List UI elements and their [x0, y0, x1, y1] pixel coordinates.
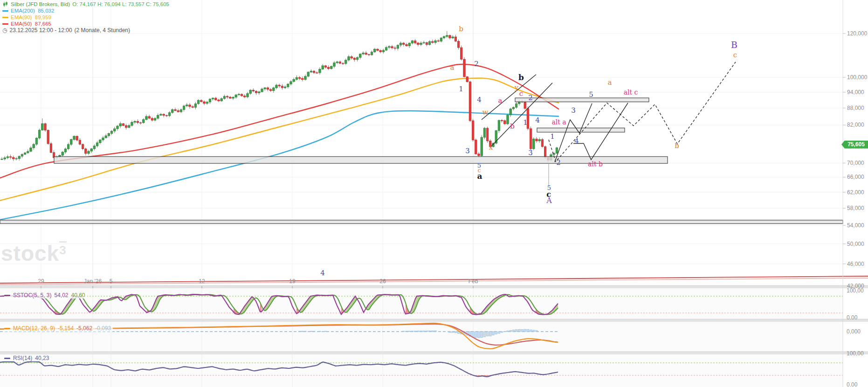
- ema200-legend-row[interactable]: EMA(200) 85,032: [2, 7, 54, 14]
- rsi-panel[interactable]: [0, 354, 843, 387]
- current-price-badge: 75,605: [841, 141, 868, 149]
- candle-body: [463, 59, 465, 77]
- wave-label[interactable]: 3: [571, 106, 576, 115]
- ema50-label: EMA(50) 87,665: [11, 21, 51, 27]
- candle-body: [524, 102, 526, 109]
- support-resistance-zone[interactable]: [54, 156, 668, 163]
- wave-label[interactable]: alt a: [551, 118, 566, 126]
- support-resistance-zone[interactable]: [515, 98, 649, 102]
- ema90-line[interactable]: [0, 78, 558, 201]
- candle-body: [177, 111, 179, 112]
- rsi-legend[interactable]: RSI(14) 40,23: [4, 355, 51, 361]
- candle-body: [47, 130, 49, 144]
- wave-label[interactable]: 3: [528, 149, 533, 157]
- candle-body: [62, 152, 63, 156]
- instrument-legend-row[interactable]: Silber (JFD Brokers, Bid) O: 74,167 H: 7…: [2, 1, 169, 7]
- candle-body: [408, 43, 410, 46]
- price-axis-label: 54,000: [847, 222, 864, 229]
- candle-body: [397, 45, 399, 48]
- wave-label[interactable]: 1: [523, 118, 528, 127]
- candle-body: [342, 63, 344, 64]
- wave-label[interactable]: 3: [465, 147, 470, 155]
- candle-body: [108, 134, 110, 136]
- wave-label[interactable]: alt b: [588, 160, 603, 168]
- time-range-row: ◷ 23.12.2025 12:00 - 12:00 (2 Monate, 4 …: [2, 27, 130, 34]
- candle-body: [9, 156, 11, 157]
- support-resistance-zone[interactable]: [0, 220, 843, 224]
- wave-label[interactable]: y: [514, 83, 519, 92]
- candle-body: [7, 156, 8, 158]
- wave-label[interactable]: alt c: [624, 88, 638, 96]
- sstoc-legend[interactable]: SSTOC(5, 5, 3) 54,02 40,60: [4, 292, 87, 299]
- ema90-label: EMA(90) 89,959: [11, 14, 51, 20]
- panel-separator[interactable]: [0, 285, 868, 288]
- candle-body: [117, 126, 118, 129]
- candle-body: [238, 94, 240, 95]
- wave-label[interactable]: a: [498, 96, 503, 105]
- candle-body: [226, 96, 228, 97]
- long-term-trendline[interactable]: [0, 276, 868, 283]
- candle-body: [157, 115, 159, 118]
- candle-body: [82, 144, 83, 149]
- candle-body: [504, 121, 506, 124]
- projection-path[interactable]: [549, 62, 736, 162]
- candle-body: [536, 139, 537, 141]
- price-chart-canvas[interactable]: ba12345cawxabcyb12345cA12345alt aalt bal…: [0, 0, 868, 387]
- panel-separator[interactable]: [0, 319, 868, 322]
- macd-panel[interactable]: [0, 322, 843, 352]
- wave-label[interactable]: b: [675, 142, 679, 150]
- sstoc-panel[interactable]: [0, 288, 843, 319]
- candle-body: [96, 143, 98, 146]
- candle-body: [154, 118, 156, 120]
- wave-label[interactable]: w: [482, 108, 489, 116]
- candle-body: [281, 86, 283, 88]
- ema90-legend-row[interactable]: EMA(90) 89,959: [2, 14, 51, 20]
- macd-histogram-bar: [489, 332, 491, 336]
- candle-body: [298, 77, 300, 78]
- wave-label[interactable]: b: [518, 73, 524, 82]
- rsi-color-dash: [4, 358, 10, 359]
- price-axis-label: 100,000: [847, 74, 867, 81]
- wave-label[interactable]: a: [450, 63, 455, 72]
- candle-body: [110, 131, 112, 134]
- wave-label[interactable]: A: [546, 196, 552, 205]
- macd-legend[interactable]: MACD(12, 26, 9) -5,154 -5,062 -0,093: [4, 325, 113, 332]
- candle-body: [414, 41, 416, 43]
- wave-label[interactable]: 4: [535, 116, 540, 124]
- wave-label[interactable]: x: [489, 143, 493, 151]
- wave-label[interactable]: 4: [574, 137, 579, 145]
- candle-body: [417, 43, 419, 45]
- wave-label[interactable]: 2: [474, 60, 479, 68]
- sstoc-color-dash: [4, 295, 10, 296]
- candle-body: [41, 124, 43, 130]
- wave-label[interactable]: a: [477, 171, 482, 181]
- long-term-trendline[interactable]: [0, 278, 868, 285]
- candle-body: [30, 148, 32, 151]
- wave-label[interactable]: a: [608, 78, 612, 87]
- wave-label[interactable]: b: [459, 25, 463, 33]
- wave-label[interactable]: c: [519, 89, 523, 98]
- wave-label[interactable]: 1: [459, 85, 463, 93]
- candle-body: [379, 50, 381, 52]
- wave-label[interactable]: b: [510, 122, 515, 130]
- ema50-legend-row[interactable]: EMA(50) 87,665: [2, 20, 51, 27]
- candle-body: [348, 57, 350, 60]
- wave-label[interactable]: 4: [320, 269, 325, 277]
- candle-body: [194, 104, 196, 108]
- candle-body: [333, 63, 335, 67]
- candles: [1, 31, 558, 162]
- candle-body: [313, 71, 315, 73]
- candle-body: [362, 53, 364, 54]
- panel-separator[interactable]: [0, 352, 868, 354]
- wave-label[interactable]: 1: [550, 132, 555, 141]
- wave-label[interactable]: B: [731, 40, 737, 50]
- wave-label[interactable]: 4: [477, 95, 482, 104]
- wave-label[interactable]: 2: [556, 158, 561, 167]
- candle-body: [73, 136, 75, 139]
- chart-window: ba12345cawxabcyb12345cA12345alt aalt bal…: [0, 0, 868, 387]
- wave-label[interactable]: c: [733, 51, 737, 59]
- wave-label[interactable]: 2: [528, 94, 533, 102]
- wave-label[interactable]: 5: [589, 90, 593, 99]
- candle-body: [452, 37, 454, 38]
- candle-body: [339, 62, 341, 63]
